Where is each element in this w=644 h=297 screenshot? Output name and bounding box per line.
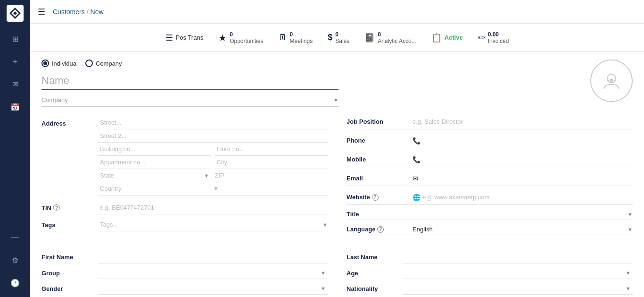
- website-label: Website ?: [347, 194, 413, 201]
- sales-icon: $: [328, 33, 332, 42]
- invoiced-button[interactable]: ✏ 0.00 Invoiced: [478, 31, 509, 44]
- tags-label: Tags: [41, 221, 98, 229]
- sidebar-minus-icon[interactable]: —: [6, 228, 25, 247]
- building-floor-row: [98, 143, 328, 156]
- sidebar-add-icon[interactable]: ＋: [6, 52, 25, 71]
- sidebar-calendar-icon[interactable]: 📅: [6, 97, 25, 116]
- email-icon: ✉: [413, 175, 418, 182]
- appartment-input[interactable]: [98, 156, 211, 169]
- invoiced-label: Invoiced: [488, 38, 509, 44]
- sidebar-grid-icon[interactable]: ⊞: [6, 29, 25, 48]
- website-input[interactable]: [422, 192, 633, 203]
- age-label: Age: [347, 270, 403, 277]
- mobile-input[interactable]: [422, 154, 633, 165]
- app-logo[interactable]: [7, 5, 24, 22]
- title-dropdown[interactable]: ▼: [413, 212, 633, 217]
- nationality-dropdown[interactable]: ▼: [403, 283, 633, 295]
- nationality-chevron-icon: ▼: [626, 286, 631, 291]
- sidebar-mail-icon[interactable]: ✉: [6, 75, 25, 93]
- state-zip-row: State ▼: [98, 169, 328, 182]
- gender-dropdown[interactable]: ▼: [98, 283, 328, 295]
- company-label: Company: [96, 60, 122, 67]
- tags-chevron-icon: ▼: [322, 222, 328, 228]
- tags-dropdown[interactable]: Tags... ▼: [98, 218, 328, 231]
- main-content: ☰ Customers / New ☰ Pos Trans ★ 0 Opport…: [30, 0, 644, 297]
- address-fields: State ▼ Country ▼: [98, 116, 328, 195]
- job-position-label: Job Position: [347, 118, 413, 125]
- state-placeholder: State: [98, 169, 204, 182]
- analytic-button[interactable]: 📓 0 Analytic Acco...: [364, 31, 416, 44]
- age-row: Age ▼: [347, 267, 633, 279]
- email-input[interactable]: [420, 173, 633, 184]
- form-right: Job Position Phone 📞 Mobile 📞 E: [347, 116, 633, 241]
- breadcrumb: Customers / New: [53, 8, 104, 16]
- tin-help-icon[interactable]: ?: [53, 204, 60, 211]
- gender-label: Gender: [41, 285, 98, 292]
- sidebar-clock-icon[interactable]: 🕐: [6, 273, 25, 292]
- meetings-button[interactable]: 🗓 0 Meetings: [279, 31, 313, 44]
- svg-point-4: [610, 79, 613, 83]
- appartment-city-row: [98, 156, 328, 169]
- email-row: Email ✉: [347, 173, 633, 186]
- analytic-label: Analytic Acco...: [378, 38, 416, 44]
- group-chevron-icon: ▼: [321, 270, 326, 276]
- job-position-input[interactable]: [413, 116, 633, 127]
- website-row: Website ? 🌐: [347, 192, 633, 205]
- state-dropdown[interactable]: State ▼: [98, 169, 209, 182]
- pos-trans-button[interactable]: ☰ Pos Trans: [165, 33, 204, 43]
- nationality-row: Nationality ▼: [347, 283, 633, 295]
- phone-label: Phone: [347, 137, 413, 144]
- company-dropdown[interactable]: Company ▼: [41, 93, 339, 107]
- last-name-row: Last Name: [347, 250, 633, 263]
- age-dropdown[interactable]: ▼: [403, 267, 633, 279]
- meetings-label: Meetings: [290, 38, 313, 44]
- country-dropdown[interactable]: Country ▼: [98, 182, 328, 195]
- customer-type-radio: Individual Company: [41, 59, 633, 67]
- mobile-icon: 📞: [413, 156, 421, 163]
- bottom-right: Last Name Age ▼ Nationality ▼: [347, 250, 633, 297]
- group-dropdown[interactable]: ▼: [98, 267, 328, 279]
- age-chevron-icon: ▼: [626, 270, 631, 276]
- zip-input[interactable]: [213, 169, 328, 182]
- breadcrumb-customers[interactable]: Customers: [53, 8, 85, 16]
- nationality-label: Nationality: [347, 285, 403, 292]
- first-name-input[interactable]: [98, 250, 328, 263]
- svg-line-6: [614, 80, 616, 81]
- individual-radio[interactable]: Individual: [41, 59, 78, 67]
- tags-placeholder: Tags...: [98, 218, 322, 231]
- website-help-icon[interactable]: ?: [372, 194, 379, 201]
- tin-label: TIN ?: [41, 204, 98, 212]
- active-button[interactable]: 📋 Active: [431, 33, 463, 43]
- building-input[interactable]: [98, 143, 211, 156]
- invoiced-icon: ✏: [478, 33, 485, 43]
- city-input[interactable]: [215, 156, 328, 169]
- individual-label: Individual: [52, 60, 78, 67]
- last-name-input[interactable]: [403, 250, 633, 263]
- bottom-section: First Name Group ▼ Gender ▼: [41, 250, 633, 297]
- tin-input[interactable]: [98, 201, 328, 214]
- phone-input[interactable]: [422, 135, 633, 146]
- bottom-left: First Name Group ▼ Gender ▼: [41, 250, 328, 297]
- analytic-icon: 📓: [364, 33, 375, 43]
- opportunities-button[interactable]: ★ 0 Opportunities: [218, 31, 263, 44]
- country-placeholder: Country: [100, 185, 213, 192]
- menu-icon[interactable]: ☰: [38, 7, 45, 17]
- language-help-icon[interactable]: ?: [377, 226, 384, 233]
- name-input[interactable]: [41, 73, 339, 90]
- invoiced-count: 0.00: [488, 31, 509, 38]
- floor-input[interactable]: [215, 143, 328, 156]
- sales-count: 0: [335, 31, 349, 38]
- avatar[interactable]: [590, 59, 633, 102]
- first-name-label: First Name: [41, 254, 98, 261]
- language-chevron-icon: ▼: [627, 227, 633, 232]
- street2-input[interactable]: [98, 129, 328, 143]
- sidebar-settings-icon[interactable]: ⚙: [6, 251, 25, 270]
- sales-button[interactable]: $ 0 Sales: [328, 31, 349, 44]
- language-dropdown[interactable]: English ▼: [413, 226, 633, 233]
- company-radio[interactable]: Company: [85, 59, 122, 67]
- meetings-count: 0: [290, 31, 313, 38]
- active-icon: 📋: [431, 33, 442, 43]
- street-input[interactable]: [98, 116, 328, 129]
- active-label: Active: [445, 34, 463, 41]
- last-name-label: Last Name: [347, 254, 403, 261]
